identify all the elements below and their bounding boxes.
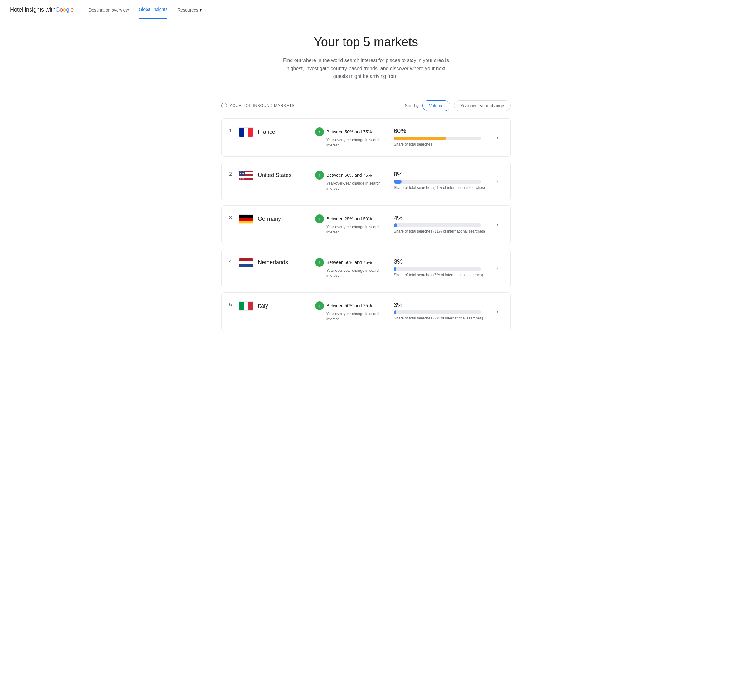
change-range: Between 50% and 75% [326, 260, 372, 265]
change-description: Year-over-year change in search interest [315, 311, 384, 322]
change-section: Between 50% and 75% Year-over-year chang… [315, 128, 384, 148]
navigation: Hotel Insights with Google Destination o… [0, 0, 732, 20]
market-list: 1 France Between 50% and 75% Year-over-y… [221, 118, 511, 331]
share-percentage: 3% [394, 258, 489, 265]
share-bar-container [394, 180, 481, 184]
market-arrow-button[interactable]: › [492, 262, 503, 274]
country-name: Netherlands [258, 258, 308, 266]
change-header: Between 50% and 75% [315, 128, 384, 136]
share-section: 60% Share of total searches [384, 128, 489, 147]
share-description: Share of total searches (11% of internat… [394, 229, 489, 234]
share-description: Share of total searches (6% of internati… [394, 273, 489, 277]
sort-volume-button[interactable]: Volume [423, 100, 450, 111]
change-description: Year-over-year change in search interest [315, 181, 384, 191]
market-card: 5 Italy Between 50% and 75% Year-over-ye… [221, 292, 511, 331]
nav-resources[interactable]: Resources ▾ [177, 1, 202, 19]
info-icon[interactable]: i [221, 103, 227, 109]
market-card: 4 Netherlands Between 50% and 75% Year-o… [221, 249, 511, 288]
share-bar-container [394, 267, 481, 271]
change-section: Between 50% and 75% Year-over-year chang… [315, 258, 384, 279]
sort-bar: i YOUR TOP INBOUND MARKETS Sort by Volum… [221, 100, 511, 111]
share-bar-fill [394, 310, 396, 314]
market-card: 2 ★★★★★★★★★★★★★★★★★★★★★★★★★★★★★★★★★★★★★★… [221, 162, 511, 200]
change-section: Between 50% and 75% Year-over-year chang… [315, 171, 384, 191]
share-section: 4% Share of total searches (11% of inter… [384, 215, 489, 234]
market-arrow-button[interactable]: › [492, 175, 503, 187]
market-arrow-button[interactable]: › [492, 132, 503, 143]
up-arrow-icon [315, 128, 324, 136]
country-name: Germany [258, 215, 308, 222]
share-bar-container [394, 224, 481, 227]
nav-global-insights[interactable]: Global insights [139, 1, 167, 19]
change-description: Year-over-year change in search interest [315, 268, 384, 279]
change-header: Between 50% and 75% [315, 258, 384, 267]
market-card: 1 France Between 50% and 75% Year-over-y… [221, 118, 511, 157]
market-rank: 3 [229, 215, 239, 221]
change-range: Between 50% and 75% [326, 303, 372, 308]
page-title: Your top 5 markets [10, 35, 722, 49]
change-header: Between 50% and 75% [315, 301, 384, 310]
change-range: Between 50% and 75% [326, 173, 372, 178]
nav-links: Destination overview Global insights Res… [88, 1, 202, 19]
country-name: Italy [258, 301, 308, 309]
country-name: United States [258, 171, 308, 179]
share-bar-fill [394, 137, 446, 140]
share-bar-fill [394, 267, 396, 271]
main-content: i YOUR TOP INBOUND MARKETS Sort by Volum… [0, 90, 732, 346]
share-bar-fill [394, 180, 402, 184]
change-section: Between 25% and 50% Year-over-year chang… [315, 215, 384, 235]
share-percentage: 3% [394, 301, 489, 309]
share-section: 3% Share of total searches (7% of intern… [384, 301, 489, 321]
market-arrow-button[interactable]: › [492, 306, 503, 317]
chevron-down-icon: ▾ [200, 7, 202, 12]
change-description: Year-over-year change in search interest [315, 137, 384, 148]
market-arrow-button[interactable]: › [492, 219, 503, 230]
up-arrow-icon [315, 301, 324, 310]
share-description: Share of total searches [394, 142, 489, 147]
hero-section: Your top 5 markets Find out where in the… [0, 20, 732, 90]
share-percentage: 9% [394, 171, 489, 178]
market-rank: 2 [229, 171, 239, 177]
change-range: Between 50% and 75% [326, 129, 372, 134]
nav-resources-link[interactable]: Resources [177, 1, 198, 19]
market-rank: 1 [229, 128, 239, 134]
up-arrow-icon [315, 258, 324, 267]
share-bar-container [394, 137, 481, 140]
section-label-area: i YOUR TOP INBOUND MARKETS [221, 103, 295, 109]
share-section: 9% Share of total searches (21% of inter… [384, 171, 489, 190]
nav-destination-overview[interactable]: Destination overview [88, 1, 129, 19]
up-arrow-icon [315, 171, 324, 179]
change-header: Between 50% and 75% [315, 171, 384, 179]
change-description: Year-over-year change in search interest [315, 224, 384, 235]
share-bar-fill [394, 224, 397, 227]
share-description: Share of total searches (21% of internat… [394, 185, 489, 190]
google-logo: Google [56, 7, 74, 13]
section-label: YOUR TOP INBOUND MARKETS [230, 103, 295, 108]
change-header: Between 25% and 50% [315, 215, 384, 223]
share-bar-container [394, 310, 481, 314]
logo: Hotel Insights with Google [10, 7, 74, 13]
market-rank: 5 [229, 301, 239, 307]
up-arrow-icon [315, 215, 324, 223]
share-section: 3% Share of total searches (6% of intern… [384, 258, 489, 277]
sort-yoy-button[interactable]: Year over year change [454, 100, 511, 111]
share-description: Share of total searches (7% of internati… [394, 316, 489, 321]
hero-subtitle: Find out where in the world search inter… [279, 56, 453, 80]
change-range: Between 25% and 50% [326, 216, 372, 221]
country-name: France [258, 128, 308, 135]
market-card: 3 Germany Between 25% and 50% Year-over-… [221, 205, 511, 244]
change-section: Between 50% and 75% Year-over-year chang… [315, 301, 384, 322]
sort-by-label: Sort by [405, 103, 419, 108]
sort-controls: Sort by Volume Year over year change [405, 100, 511, 111]
share-percentage: 60% [394, 128, 489, 135]
share-percentage: 4% [394, 215, 489, 222]
logo-text: Hotel Insights with [10, 7, 56, 13]
market-rank: 4 [229, 258, 239, 264]
